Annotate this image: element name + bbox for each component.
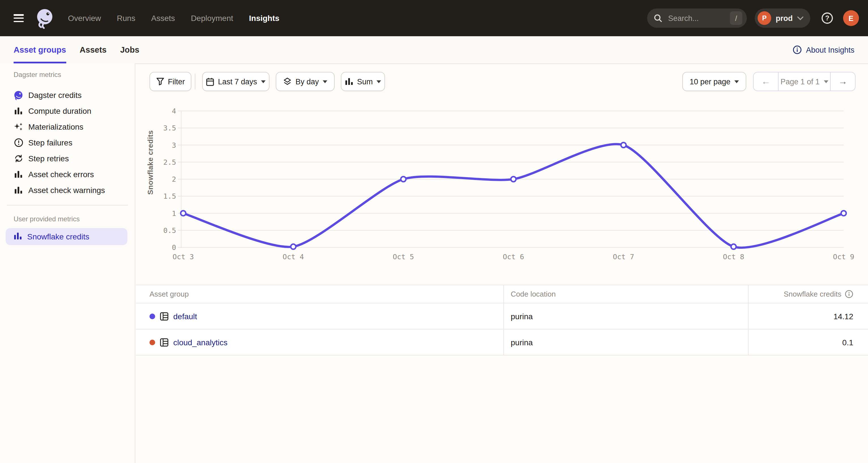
sidebar-item-asset-check-errors[interactable]: Asset check errors (0, 166, 135, 182)
calendar-icon (206, 77, 214, 86)
date-range-label: Last 7 days (218, 77, 257, 86)
svg-text:Oct 7: Oct 7 (613, 253, 634, 261)
bar-chart-icon (13, 232, 22, 241)
sidebar-divider (7, 205, 128, 205)
sidebar-item-compute-duration[interactable]: Compute duration (0, 103, 135, 119)
column-header-snowflake-credits: Snowflake credits (748, 285, 868, 303)
nav-item-deployment[interactable]: Deployment (191, 13, 233, 23)
tab-jobs[interactable]: Jobs (120, 36, 139, 63)
dagster-metrics-list: Dagster credits Compute duration Materia… (0, 87, 135, 198)
svg-text:Oct 8: Oct 8 (723, 253, 744, 261)
svg-text:2: 2 (172, 175, 176, 184)
chevron-down-icon (824, 80, 828, 83)
hamburger-icon[interactable] (13, 14, 24, 22)
sidebar-item-materializations[interactable]: Materializations (0, 119, 135, 135)
chevron-down-icon (377, 80, 381, 83)
svg-text:Oct 4: Oct 4 (283, 253, 304, 261)
funnel-icon (156, 77, 164, 86)
dagster-logo[interactable] (34, 7, 56, 29)
series-color-dot (150, 313, 155, 319)
sidebar-item-snowflake-credits[interactable]: Snowflake credits (6, 228, 127, 245)
section-title-dagster-metrics: Dagster metrics (13, 70, 135, 79)
metrics-sidebar: Dagster metrics Dagster credits Compute … (0, 63, 135, 463)
section-title-user-provided-metrics: User provided metrics (13, 214, 135, 224)
granularity-dropdown[interactable]: By day (276, 72, 335, 91)
dagster-insights-page: Overview Runs Assets Deployment Insights… (0, 0, 868, 463)
sidebar-item-label: Compute duration (28, 106, 91, 115)
alert-circle-icon (13, 138, 23, 147)
svg-text:0.5: 0.5 (163, 226, 176, 235)
column-header-code-location: Code location (503, 285, 748, 303)
date-range-dropdown[interactable]: Last 7 days (202, 72, 270, 91)
series-color-dot (150, 339, 155, 345)
sidebar-item-label: Step failures (28, 138, 72, 147)
insights-chart: 00.511.522.533.54Oct 3Oct 4Oct 5Oct 6Oct… (139, 105, 868, 269)
help-icon[interactable]: ? (820, 11, 834, 25)
sidebar-item-dagster-credits[interactable]: Dagster credits (0, 87, 135, 103)
deployment-name: prod (776, 14, 793, 22)
top-nav: Overview Runs Assets Deployment Insights… (0, 0, 868, 36)
chevron-down-icon (261, 80, 266, 83)
svg-text:Oct 5: Oct 5 (393, 253, 414, 261)
asset-group-icon (160, 311, 169, 321)
search-box[interactable]: / (647, 8, 747, 28)
search-shortcut-key: / (730, 11, 742, 25)
nav-item-insights[interactable]: Insights (249, 13, 279, 23)
sidebar-item-step-retries[interactable]: Step retries (0, 151, 135, 166)
next-page-button[interactable]: → (831, 72, 855, 91)
asset-group-icon (160, 338, 169, 347)
granularity-label: By day (296, 77, 319, 86)
filter-button[interactable]: Filter (150, 72, 191, 91)
nav-item-overview[interactable]: Overview (68, 13, 101, 23)
svg-text:2.5: 2.5 (163, 158, 176, 166)
sidebar-item-label: Materializations (28, 122, 84, 131)
sidebar-item-label: Step retries (28, 154, 69, 163)
toolbar-divider (195, 74, 195, 90)
top-nav-links: Overview Runs Assets Deployment Insights (68, 13, 279, 23)
retry-icon (13, 154, 23, 163)
per-page-dropdown[interactable]: 10 per page (682, 72, 746, 91)
sidebar-item-label: Asset check warnings (28, 186, 105, 195)
arrow-left-icon: ← (761, 76, 770, 87)
chevron-down-icon (734, 80, 739, 83)
filter-label: Filter (168, 77, 185, 86)
search-icon (653, 13, 662, 23)
asset-group-link[interactable]: cloud_analytics (173, 338, 227, 347)
nav-item-assets[interactable]: Assets (151, 13, 175, 23)
svg-text:?: ? (825, 14, 830, 22)
svg-text:3: 3 (172, 141, 176, 150)
tab-asset-groups[interactable]: Asset groups (13, 36, 66, 63)
about-insights-label: About Insights (806, 45, 855, 54)
sidebar-item-asset-check-warnings[interactable]: Asset check warnings (0, 182, 135, 198)
code-location-cell: purina (503, 303, 748, 329)
pagination: ← Page 1 of 1 → (753, 72, 856, 91)
page-indicator-dropdown[interactable]: Page 1 of 1 (778, 72, 831, 91)
nav-item-runs[interactable]: Runs (117, 13, 135, 23)
aggregation-label: Sum (357, 77, 373, 86)
info-icon (845, 290, 853, 298)
sidebar-item-label: Snowflake credits (27, 232, 89, 241)
search-input[interactable] (667, 13, 725, 23)
column-header-asset-group: Asset group (136, 285, 503, 303)
value-cell: 0.1 (748, 329, 868, 355)
sidebar-item-step-failures[interactable]: Step failures (0, 135, 135, 151)
tab-assets[interactable]: Assets (80, 36, 106, 63)
svg-text:0: 0 (172, 243, 176, 252)
table-row: cloud_analytics purina 0.1 (136, 329, 868, 356)
deployment-badge: P (757, 11, 771, 25)
asset-group-link[interactable]: default (173, 311, 197, 321)
asset-groups-table: Asset group Code location Snowflake cred… (136, 285, 868, 356)
insights-tab-bar: Asset groups Assets Jobs About Insights (0, 36, 868, 64)
page-indicator-label: Page 1 of 1 (780, 77, 819, 86)
top-nav-right: / P prod ? E (647, 8, 859, 28)
avatar[interactable]: E (843, 10, 859, 26)
prev-page-button[interactable]: ← (754, 72, 778, 91)
svg-text:1: 1 (172, 209, 176, 218)
deployment-switcher[interactable]: P prod (755, 8, 810, 28)
chevron-down-icon (323, 80, 327, 83)
aggregation-dropdown[interactable]: Sum (341, 72, 385, 91)
arrow-right-icon: → (838, 76, 847, 87)
bar-chart-icon (13, 169, 23, 179)
about-insights-link[interactable]: About Insights (793, 45, 855, 54)
svg-text:Oct 9: Oct 9 (833, 253, 854, 261)
